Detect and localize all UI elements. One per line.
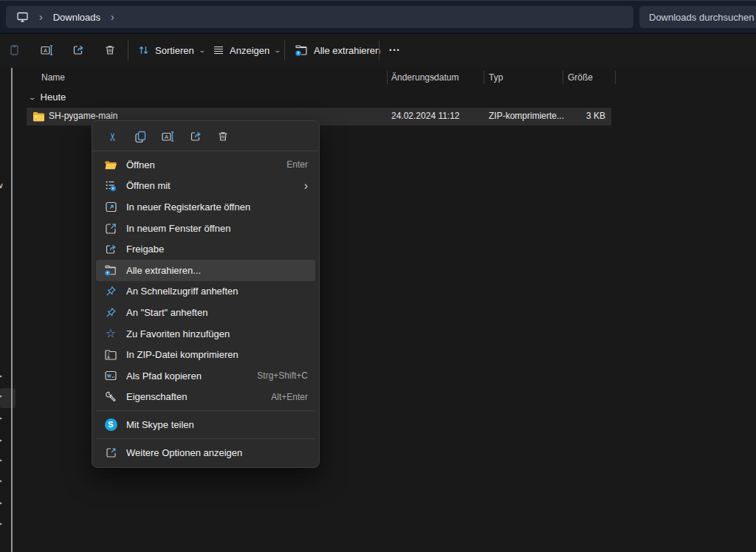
zip-folder-icon — [32, 111, 45, 124]
copy-icon — [134, 130, 148, 144]
file-explorer-window: › Downloads › A — [0, 0, 756, 552]
shortcut: Alt+Enter — [271, 392, 308, 402]
rename-button[interactable]: A — [155, 125, 181, 148]
extract-all-label: Alle extrahieren — [314, 45, 380, 56]
this-pc-monitor-icon[interactable] — [16, 11, 29, 23]
shortcut: Enter — [286, 159, 308, 170]
open-with-icon — [104, 179, 117, 192]
share-icon — [104, 243, 117, 256]
folder-open-icon — [104, 159, 117, 170]
pin-icon — [104, 306, 117, 319]
chevron-down-icon[interactable]: ⌄ — [28, 94, 36, 101]
menu-item-open-with[interactable]: Öffnen mit › — [96, 176, 315, 197]
sort-arrows-icon — [137, 44, 150, 56]
chevron-down-icon: ⌄ — [274, 46, 282, 54]
file-size: 3 KB — [586, 111, 605, 121]
see-more-button[interactable]: ••• — [383, 38, 407, 62]
menu-item-open-new-tab[interactable]: In neuer Registerkarte öffnen — [96, 196, 315, 218]
column-name[interactable]: Name — [41, 72, 65, 83]
view-button[interactable]: Anzeigen ⌄ — [208, 38, 285, 62]
nav-tree-chevron-icon[interactable]: ▸ — [0, 435, 2, 444]
nav-tree-chevron-icon[interactable]: ▸ — [0, 498, 2, 507]
delete-button[interactable] — [210, 125, 236, 148]
menu-item-open-new-window[interactable]: In neuem Fenster öffnen — [96, 218, 315, 239]
column-divider[interactable] — [484, 71, 484, 84]
menu-item-share-skype[interactable]: S Mit Skype teilen — [96, 414, 315, 435]
nav-pane-scrollbar[interactable] — [11, 68, 13, 552]
menu-item-compress-zip[interactable]: In ZIP-Datei komprimieren — [96, 344, 315, 365]
star-icon: ☆ — [104, 328, 117, 339]
column-type[interactable]: Typ — [489, 72, 503, 83]
address-bar[interactable]: › Downloads › — [6, 6, 633, 28]
nav-tree-chevron-icon[interactable]: ▸ — [0, 371, 2, 380]
menu-item-open[interactable]: Öffnen Enter — [96, 154, 315, 176]
title-bar: › Downloads › — [0, 0, 756, 32]
skype-icon: S — [104, 418, 117, 431]
share-button[interactable] — [182, 125, 208, 148]
paste-icon — [8, 44, 21, 57]
pin-icon — [104, 285, 117, 297]
delete-button[interactable] — [98, 38, 122, 62]
sort-label: Sortieren — [155, 45, 194, 56]
file-name: SH-pygame-main — [49, 111, 117, 121]
group-header-label: Heute — [41, 92, 66, 103]
search-input[interactable] — [639, 12, 756, 23]
cut-icon: ✂ — [106, 132, 120, 142]
breadcrumb-chevron-icon[interactable]: › — [111, 11, 114, 23]
search-box[interactable] — [639, 6, 756, 28]
submenu-chevron-icon: › — [304, 180, 308, 192]
cut-button[interactable]: ✂ — [100, 125, 126, 148]
extract-all-button[interactable]: Alle extrahieren — [290, 38, 385, 62]
menu-item-pin-quick-access[interactable]: An Schnellzugriff anheften — [96, 281, 315, 303]
copy-button[interactable] — [128, 125, 154, 148]
delete-icon — [216, 130, 230, 143]
delete-icon — [103, 44, 117, 57]
menu-separator — [92, 151, 319, 151]
file-type: ZIP-komprimierte... — [489, 111, 564, 121]
paste-button[interactable] — [3, 38, 27, 62]
nav-tree-chevron-icon[interactable]: ▸ — [0, 476, 2, 485]
svg-text:A: A — [165, 134, 168, 140]
quick-actions-row: ✂ A — [96, 124, 315, 149]
menu-item-extract-all[interactable]: Alle extrahieren... — [96, 260, 315, 281]
column-header-row: Name ⌄ Änderungsdatum Typ Größe — [27, 70, 756, 86]
nav-tree-chevron-icon[interactable]: ▸ — [0, 391, 2, 400]
extract-folder-icon — [104, 264, 117, 277]
breadcrumb-chevron-icon[interactable]: › — [39, 11, 43, 23]
view-lines-icon — [213, 44, 224, 56]
menu-item-pin-start[interactable]: An "Start" anheften — [96, 302, 315, 323]
rename-icon: A — [40, 44, 54, 57]
nav-tree-item-highlight — [0, 388, 16, 408]
new-tab-icon — [104, 201, 117, 213]
menu-separator — [97, 438, 315, 439]
toolbar-separator — [128, 41, 128, 61]
nav-tree-chevron-icon[interactable]: ▸ — [0, 413, 2, 422]
nav-tree-chevron-icon[interactable]: ▸ — [0, 519, 2, 528]
copy-as-path-icon — [104, 370, 117, 382]
column-modified[interactable]: Änderungsdatum — [391, 72, 458, 83]
nav-tree-chevron-icon[interactable]: ∨ — [0, 181, 4, 190]
menu-item-share[interactable]: Freigabe — [96, 238, 315, 260]
column-divider[interactable] — [615, 71, 616, 84]
new-window-icon — [104, 222, 117, 235]
menu-item-properties[interactable]: Eigenschaften Alt+Enter — [96, 387, 315, 408]
context-menu: ✂ A — [92, 120, 320, 468]
zip-compress-icon — [104, 349, 117, 361]
file-modified: 24.02.2024 11:12 — [391, 111, 460, 121]
column-divider[interactable] — [563, 71, 563, 84]
shortcut: Strg+Shift+C — [257, 370, 308, 381]
sort-button[interactable]: Sortieren ⌄ — [133, 38, 209, 62]
nav-tree-chevron-icon[interactable]: ▸ — [0, 455, 2, 464]
column-divider[interactable] — [387, 71, 388, 84]
column-size[interactable]: Größe — [568, 72, 593, 83]
ellipsis-icon: ••• — [389, 46, 400, 54]
breadcrumb-downloads[interactable]: Downloads — [53, 12, 100, 23]
menu-item-copy-as-path[interactable]: Als Pfad kopieren Strg+Shift+C — [96, 365, 315, 387]
menu-item-add-favorites[interactable]: ☆ Zu Favoriten hinzufügen — [96, 323, 315, 345]
group-header-heute[interactable]: ⌄ Heute — [30, 92, 66, 103]
rename-button[interactable]: A — [35, 38, 58, 62]
menu-item-show-more-options[interactable]: Weitere Optionen anzeigen — [96, 442, 315, 463]
share-button[interactable] — [66, 38, 90, 62]
menu-separator — [97, 410, 315, 411]
toolbar-separator — [379, 41, 379, 61]
